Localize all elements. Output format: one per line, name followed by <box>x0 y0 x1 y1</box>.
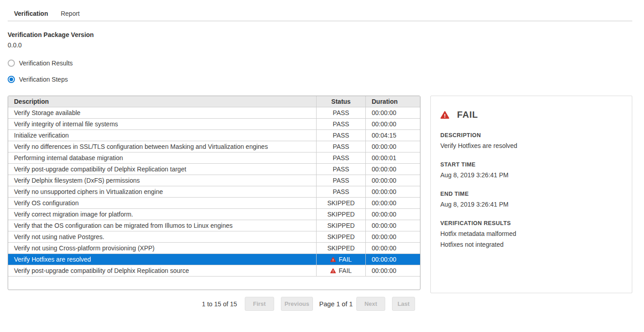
table-row[interactable]: Verify no differences in SSL/TLS configu… <box>8 141 420 152</box>
row-description: Verify Hotfixes are resolved <box>8 254 316 265</box>
row-status: SKIPPED <box>316 209 366 220</box>
detail-section-value: Aug 8, 2019 3:26:41 PM <box>440 201 622 208</box>
view-radio-group: Verification Results Verification Steps <box>8 60 644 83</box>
table-row[interactable]: Verify correct migration image for platf… <box>8 208 420 220</box>
row-description: Verify no unsupported ciphers in Virtual… <box>8 186 316 197</box>
column-header-description: Description <box>8 96 316 107</box>
detail-status-text: FAIL <box>457 110 478 120</box>
row-duration: 00:00:00 <box>366 231 420 242</box>
step-detail-panel: FAIL DESCRIPTIONVerify Hotfixes are reso… <box>430 96 632 293</box>
row-duration: 00:00:00 <box>366 265 420 276</box>
radio-label: Verification Steps <box>19 76 68 83</box>
table-row[interactable]: Verify integrity of internal file system… <box>8 118 420 129</box>
row-description: Verify that the OS configuration can be … <box>8 220 316 231</box>
row-status: SKIPPED <box>316 231 366 242</box>
table-row[interactable]: Verify not using native Postgres.SKIPPED… <box>8 231 420 242</box>
row-status: PASS <box>316 164 366 175</box>
row-status: PASS <box>316 141 366 152</box>
row-status: PASS <box>316 119 366 129</box>
table-row[interactable]: Verify post-upgrade compatibility of Del… <box>8 265 420 276</box>
warning-icon <box>330 257 336 263</box>
table-row[interactable]: Verify no unsupported ciphers in Virtual… <box>8 186 420 197</box>
table-row[interactable]: Verify OS configurationSKIPPED00:00:00 <box>8 197 420 208</box>
row-status: PASS <box>316 175 366 186</box>
table-row[interactable]: Performing internal database migrationPA… <box>8 152 420 163</box>
row-status: SKIPPED <box>316 220 366 231</box>
row-duration: 00:00:00 <box>366 107 420 118</box>
row-description: Verify Delphix filesystem (DxFS) permiss… <box>8 175 316 186</box>
radio-circle-icon <box>8 76 15 83</box>
detail-status-header: FAIL <box>440 110 622 120</box>
row-duration: 00:00:00 <box>366 119 420 129</box>
detail-section: DESCRIPTIONVerify Hotfixes are resolved <box>440 132 622 149</box>
row-description: Verify post-upgrade compatibility of Del… <box>8 164 316 175</box>
radio-circle-icon <box>8 60 15 67</box>
next-page-button[interactable]: Next <box>356 297 385 311</box>
page: Verification Report Verification Package… <box>0 6 644 311</box>
first-page-button[interactable]: First <box>245 297 274 311</box>
tab-bar: Verification Report <box>8 6 632 21</box>
table-header-row: Description Status Duration <box>8 96 420 107</box>
previous-page-button[interactable]: Previous <box>281 297 313 311</box>
table-row[interactable]: Initialize verificationPASS00:04:15 <box>8 129 420 141</box>
column-header-status: Status <box>316 96 366 107</box>
package-version-value: 0.0.0 <box>8 42 644 49</box>
detail-sections: DESCRIPTIONVerify Hotfixes are resolvedS… <box>440 132 622 248</box>
row-duration: 00:00:00 <box>366 243 420 254</box>
row-status: PASS <box>316 107 366 118</box>
radio-verification-steps[interactable]: Verification Steps <box>8 76 644 83</box>
detail-section-value: Hotfix metadata malformed <box>440 230 622 237</box>
row-duration: 00:00:00 <box>366 220 420 231</box>
detail-section-value: Aug 8, 2019 3:26:41 PM <box>440 171 622 179</box>
row-description: Verify correct migration image for platf… <box>8 209 316 220</box>
row-status: FAIL <box>316 254 366 265</box>
row-status: PASS <box>316 130 366 141</box>
detail-section-value: Hotfixes not integrated <box>440 241 622 248</box>
table-row[interactable]: Verify Storage availablePASS00:00:00 <box>8 107 420 118</box>
row-status: PASS <box>316 186 366 197</box>
row-description: Verify integrity of internal file system… <box>8 119 316 129</box>
row-status: SKIPPED <box>316 243 366 254</box>
row-status: FAIL <box>316 265 366 276</box>
row-description: Verify no differences in SSL/TLS configu… <box>8 141 316 152</box>
detail-section-label: START TIME <box>440 161 622 168</box>
pagination-bar: 1 to 15 of 15 First Previous Page 1 of 1… <box>202 297 420 311</box>
table-row[interactable]: Verify that the OS configuration can be … <box>8 220 420 231</box>
row-duration: 00:04:15 <box>366 130 420 141</box>
pagination-range-text: 1 to 15 of 15 <box>202 300 237 308</box>
tab-verification[interactable]: Verification <box>8 6 54 21</box>
last-page-button[interactable]: Last <box>392 297 415 311</box>
detail-section-label: VERIFICATION RESULTS <box>440 220 622 226</box>
row-description: Verify post-upgrade compatibility of Del… <box>8 265 316 276</box>
row-description: Verify not using native Postgres. <box>8 231 316 242</box>
table-row[interactable]: Verify Delphix filesystem (DxFS) permiss… <box>8 175 420 186</box>
pagination-page-text: Page 1 of 1 <box>319 300 353 308</box>
row-status: SKIPPED <box>316 198 366 208</box>
row-description: Verify Storage available <box>8 107 316 118</box>
row-description: Performing internal database migration <box>8 152 316 163</box>
row-description: Verify OS configuration <box>8 198 316 208</box>
row-duration: 00:00:01 <box>366 152 420 163</box>
table-row[interactable]: Verify not using Cross-platform provisio… <box>8 242 420 254</box>
row-duration: 00:00:00 <box>366 209 420 220</box>
radio-verification-results[interactable]: Verification Results <box>8 60 644 67</box>
detail-section: VERIFICATION RESULTSHotfix metadata malf… <box>440 220 622 248</box>
detail-section-value: Verify Hotfixes are resolved <box>440 142 622 149</box>
main-area: Description Status Duration Verify Stora… <box>8 96 644 311</box>
row-duration: 00:00:00 <box>366 198 420 208</box>
row-status: PASS <box>316 152 366 163</box>
row-duration: 00:00:00 <box>366 141 420 152</box>
row-description: Verify not using Cross-platform provisio… <box>8 243 316 254</box>
detail-section-label: END TIME <box>440 191 622 197</box>
detail-section: START TIMEAug 8, 2019 3:26:41 PM <box>440 161 622 179</box>
row-duration: 00:00:00 <box>366 164 420 175</box>
table-row[interactable]: Verify Hotfixes are resolvedFAIL00:00:00 <box>8 254 420 265</box>
tab-report[interactable]: Report <box>54 6 86 21</box>
radio-label: Verification Results <box>19 60 73 67</box>
detail-column: FAIL DESCRIPTIONVerify Hotfixes are reso… <box>430 96 632 293</box>
row-description: Initialize verification <box>8 130 316 141</box>
warning-icon <box>440 111 449 120</box>
detail-section: END TIMEAug 8, 2019 3:26:41 PM <box>440 191 622 208</box>
table-row[interactable]: Verify post-upgrade compatibility of Del… <box>8 163 420 175</box>
row-duration: 00:00:00 <box>366 175 420 186</box>
